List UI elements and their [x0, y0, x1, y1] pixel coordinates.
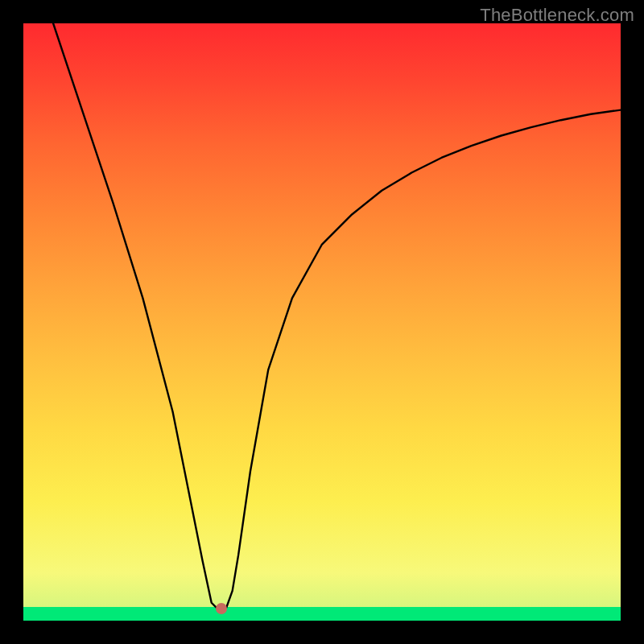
line-curve [23, 23, 621, 621]
chart-frame: TheBottleneck.com [0, 0, 644, 644]
watermark-text: TheBottleneck.com [480, 5, 634, 26]
plot-area [23, 23, 621, 621]
minimum-marker [216, 603, 227, 614]
